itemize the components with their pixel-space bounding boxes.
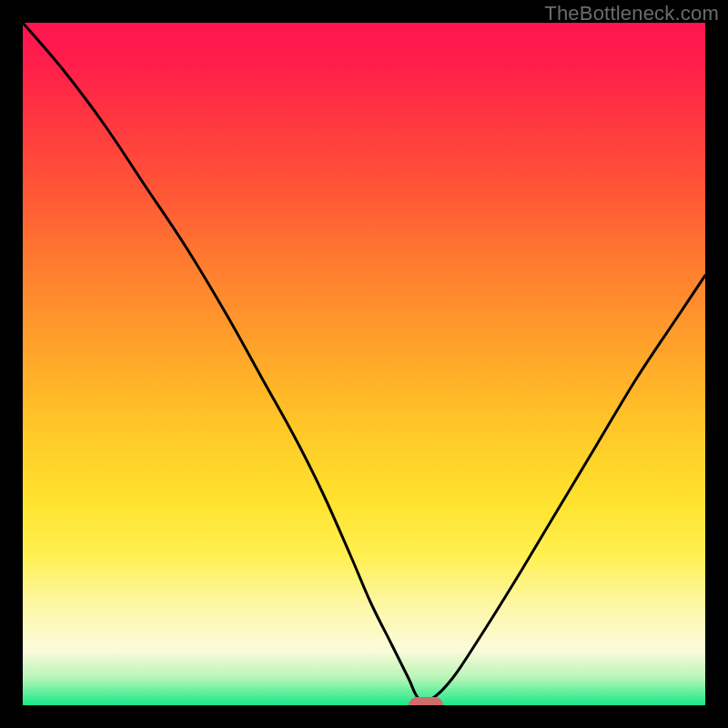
- curve-layer: [23, 23, 705, 705]
- bottleneck-curve-path: [23, 23, 705, 702]
- optimal-marker: [409, 697, 443, 705]
- watermark-text: TheBottleneck.com: [544, 2, 719, 25]
- plot-area: [23, 23, 705, 705]
- chart-frame: TheBottleneck.com: [0, 0, 728, 728]
